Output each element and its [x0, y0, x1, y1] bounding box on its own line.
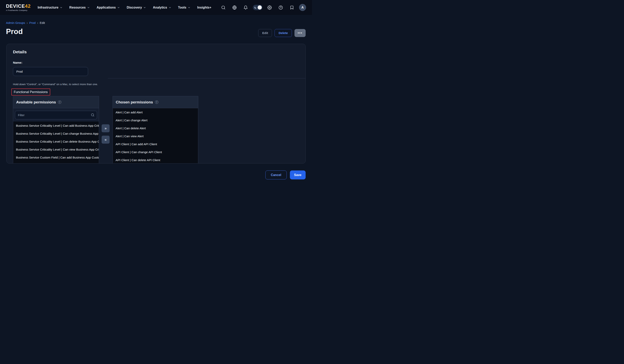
available-permissions-header: Available permissions ?: [13, 96, 99, 108]
chevron-down-icon: [87, 6, 90, 9]
move-all-right-button[interactable]: »: [102, 124, 110, 132]
nav-item-label: Resources: [69, 6, 86, 9]
nav-item-label: Infrastructure: [38, 6, 58, 9]
chevron-down-icon: [188, 6, 190, 9]
delete-button[interactable]: Delete: [275, 29, 292, 37]
search-button[interactable]: [219, 3, 227, 12]
functional-permissions-highlight: Functional Permissions: [11, 89, 50, 95]
cancel-button[interactable]: Cancel: [265, 170, 286, 180]
breadcrumb-separator: ›: [37, 21, 38, 24]
list-item[interactable]: API Client | Can delete API Client: [113, 156, 198, 163]
list-item[interactable]: API Client | Can change API Client: [113, 148, 198, 156]
filter-row: [13, 108, 99, 121]
nav-item-applications[interactable]: Applications: [94, 4, 123, 11]
list-item[interactable]: Alert | Can add Alert: [113, 108, 198, 116]
form-divider: [108, 78, 305, 78]
help-button[interactable]: [277, 3, 285, 12]
nav-item-infrastructure[interactable]: Infrastructure: [35, 4, 65, 11]
logo-text: DEVICE42: [6, 4, 31, 9]
nav-item-label: Discovery: [127, 6, 142, 9]
nav-item-discovery[interactable]: Discovery: [124, 4, 149, 11]
edit-button[interactable]: Edit: [258, 29, 272, 37]
details-heading: Details: [13, 49, 27, 54]
toggle-knob: [258, 5, 262, 10]
chosen-permissions-header: Chosen permissions ?: [113, 96, 198, 108]
nav-item-label: Tools: [178, 6, 186, 9]
details-card: Details Name: Hold down “Control”, or “C…: [6, 44, 306, 163]
bell-icon: [243, 5, 248, 10]
nav-item-resources[interactable]: Resources: [67, 4, 92, 11]
chevron-down-icon: [169, 6, 171, 9]
logo-subtitle: A Freshworks Company: [6, 9, 31, 11]
breadcrumb-separator: ›: [27, 21, 28, 24]
nav-utilities: A: [219, 3, 306, 12]
theme-toggle[interactable]: [253, 5, 262, 10]
chevron-down-icon: [60, 6, 63, 9]
breadcrumb: Admin Groups › Prod › Edit: [6, 21, 45, 24]
nav-item-label: Applications: [97, 6, 116, 9]
search-icon: [221, 5, 226, 10]
list-item[interactable]: Business Service Criticality Level | Can…: [13, 137, 99, 145]
filter-input[interactable]: [15, 111, 97, 119]
move-all-left-button[interactable]: «: [102, 136, 110, 144]
available-help-icon[interactable]: ?: [58, 100, 61, 104]
top-navigation-bar: DEVICE42 A Freshworks Company Infrastruc…: [0, 0, 312, 15]
nav-item-label: Analytics: [153, 6, 167, 9]
functional-permissions-label: Functional Permissions: [14, 90, 48, 94]
moon-icon: [254, 6, 257, 9]
multi-select-hint: Hold down “Control”, or “Command” on a M…: [13, 83, 98, 86]
page-header-actions: Edit Delete •••: [258, 29, 306, 37]
nav-item-insights[interactable]: Insights+: [195, 4, 214, 11]
gear-icon: [267, 5, 272, 10]
chosen-permissions-list: Alert | Can add Alert Alert | Can change…: [113, 108, 198, 163]
name-input[interactable]: [13, 67, 88, 76]
list-item[interactable]: Business Service Criticality Level | Can…: [13, 145, 99, 153]
list-item[interactable]: API Client | Can add API Client: [113, 140, 198, 148]
available-permissions-panel: Available permissions ? Business Service…: [13, 96, 99, 163]
notifications-button[interactable]: [242, 3, 250, 12]
breadcrumb-admin-groups[interactable]: Admin Groups: [6, 21, 25, 24]
nav-item-label: Insights+: [197, 6, 211, 9]
page-title: Prod: [6, 27, 23, 36]
list-item[interactable]: Business Service Criticality Level | Can…: [13, 130, 99, 137]
help-circle-icon: [279, 5, 283, 10]
chevron-down-icon: [143, 6, 146, 9]
breadcrumb-edit: Edit: [40, 21, 45, 24]
list-item[interactable]: Business Service Criticality Level | Can…: [13, 121, 99, 130]
device42-logo[interactable]: DEVICE42 A Freshworks Company: [6, 4, 31, 11]
settings-button[interactable]: [266, 3, 274, 12]
chevron-down-icon: [117, 6, 120, 9]
avatar-initial: A: [301, 6, 304, 9]
breadcrumb-prod[interactable]: Prod: [29, 21, 36, 24]
bookmark-icon: [290, 5, 294, 10]
chosen-permissions-title: Chosen permissions: [116, 100, 153, 104]
chosen-permissions-panel: Chosen permissions ? Alert | Can add Ale…: [113, 96, 198, 163]
bookmark-button[interactable]: [288, 3, 296, 12]
user-avatar[interactable]: A: [299, 4, 306, 11]
main-menu: Infrastructure Resources Applications Di…: [35, 4, 214, 11]
more-actions-button[interactable]: •••: [294, 29, 306, 37]
list-item[interactable]: Alert | Can change Alert: [113, 116, 198, 124]
available-permissions-title: Available permissions: [16, 100, 56, 104]
list-item[interactable]: Alert | Can view Alert: [113, 132, 198, 140]
nav-item-tools[interactable]: Tools: [176, 4, 193, 11]
list-item[interactable]: Business Service Custom Field | Can add …: [13, 153, 99, 161]
form-footer-actions: Cancel Save: [265, 170, 306, 180]
nav-item-analytics[interactable]: Analytics: [150, 4, 174, 11]
globe-button[interactable]: [231, 3, 238, 12]
list-item[interactable]: Alert | Can delete Alert: [113, 124, 198, 132]
available-permissions-list: Business Service Criticality Level | Can…: [13, 121, 99, 163]
save-button[interactable]: Save: [290, 170, 306, 180]
name-label: Name:: [13, 61, 22, 65]
chosen-help-icon[interactable]: ?: [155, 100, 158, 104]
globe-icon: [232, 5, 237, 10]
